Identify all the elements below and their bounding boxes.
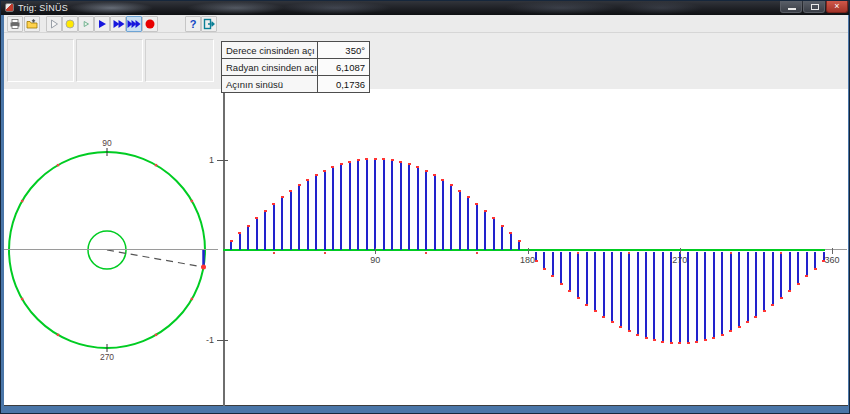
radian-value: 6,1087 (318, 59, 370, 76)
sine-stem (324, 172, 326, 250)
step-button[interactable] (78, 16, 94, 32)
folder-icon (26, 18, 38, 30)
sine-stem (467, 198, 469, 250)
angle-value-table: Derece cinsinden açı 350° Radyan cinsind… (221, 41, 370, 93)
stem-tip (585, 304, 588, 306)
sine-stem (620, 252, 622, 326)
app-icon (5, 3, 14, 12)
stem-tip (763, 310, 766, 312)
stem-tip (509, 232, 512, 234)
print-button[interactable] (7, 16, 23, 32)
stem-tip (729, 330, 732, 332)
plot-area: 90270 901802703601-1 (4, 89, 848, 406)
sine-stem (797, 252, 799, 283)
double-play-icon (112, 18, 125, 30)
stem-tip (315, 174, 318, 176)
sine-stem (789, 252, 791, 290)
stem-tip (797, 283, 800, 285)
stem-tip (695, 341, 698, 343)
sine-stem (586, 252, 588, 304)
stem-tip (543, 268, 546, 270)
unit-circle-diagram: 90270 (4, 89, 220, 407)
sine-stem (713, 252, 715, 337)
help-button[interactable]: ? (185, 16, 201, 32)
sine-stem (281, 198, 283, 250)
sine-stem (670, 252, 672, 342)
stem-tip (230, 240, 233, 242)
x-tick (680, 248, 681, 254)
x-tick-label: 270 (668, 255, 692, 265)
stem-tip (594, 310, 597, 312)
play-fast-button[interactable] (110, 16, 126, 32)
stem-tip (416, 166, 419, 168)
x-axis (223, 249, 825, 251)
sine-stem (510, 234, 512, 250)
table-row: Radyan cinsinden açı 6,1087 (222, 59, 370, 76)
sine-stem (247, 227, 249, 250)
stem-tip (458, 190, 461, 192)
stem-tip (771, 304, 774, 306)
sine-stem (442, 181, 444, 250)
minor-tick (425, 252, 427, 254)
stem-tip (323, 170, 326, 172)
exit-button[interactable] (201, 16, 217, 32)
open-button[interactable] (24, 16, 40, 32)
play-outline-icon (48, 18, 60, 30)
sine-stem (383, 160, 385, 250)
circle-tick-dot (21, 200, 23, 202)
sine-stem (332, 168, 334, 250)
stem-tip (518, 240, 521, 242)
sine-stem (307, 181, 309, 250)
sine-stem (434, 176, 436, 250)
sine-stem (560, 252, 562, 283)
stem-tip (264, 210, 267, 212)
play-fastest-button[interactable] (126, 16, 142, 32)
sine-stem (780, 252, 782, 297)
sine-point (201, 265, 206, 270)
x-tick (375, 248, 376, 254)
stem-tip (602, 316, 605, 318)
triple-play-icon (127, 18, 141, 30)
radian-label: Radyan cinsinden açı (222, 59, 318, 76)
printer-icon (9, 18, 21, 30)
minor-tick (273, 252, 275, 254)
x-tick-label: 180 (516, 255, 540, 265)
sine-stem (569, 252, 571, 290)
minimize-button[interactable] (780, 1, 802, 13)
maximize-button[interactable] (803, 1, 825, 13)
stem-tip (754, 316, 757, 318)
circle-label-90: 90 (102, 138, 112, 148)
sine-stem (747, 252, 749, 321)
exit-icon (203, 18, 216, 30)
window-title: Trig: SİNÜS (18, 3, 68, 13)
play-button[interactable] (94, 16, 110, 32)
sine-stem (290, 192, 292, 250)
table-row: Açının sinüsü 0,1736 (222, 76, 370, 93)
stem-tip (805, 275, 808, 277)
sine-stem (738, 252, 740, 326)
stem-tip (475, 203, 478, 205)
pause-button[interactable] (62, 16, 78, 32)
sine-stem (806, 252, 808, 275)
sine-stem (687, 252, 689, 342)
sine-stem (450, 186, 452, 250)
stem-tip (289, 190, 292, 192)
reset-button[interactable] (46, 16, 62, 32)
circle-tick-dot (155, 164, 157, 166)
sine-stem (501, 227, 503, 250)
sine-stem (298, 186, 300, 250)
stem-tip (374, 158, 377, 160)
stem-tip (331, 166, 334, 168)
sine-stem (493, 219, 495, 250)
sine-stem (518, 242, 520, 250)
stem-tip (399, 161, 402, 163)
small-play-icon (80, 18, 92, 30)
stop-button[interactable] (142, 16, 158, 32)
stem-tip (704, 339, 707, 341)
stem-tip (678, 342, 681, 344)
close-button[interactable]: × (826, 1, 848, 13)
panel-box-2 (76, 39, 143, 82)
sine-stem (552, 252, 554, 275)
play-icon (96, 18, 108, 30)
sine-stem (653, 252, 655, 339)
